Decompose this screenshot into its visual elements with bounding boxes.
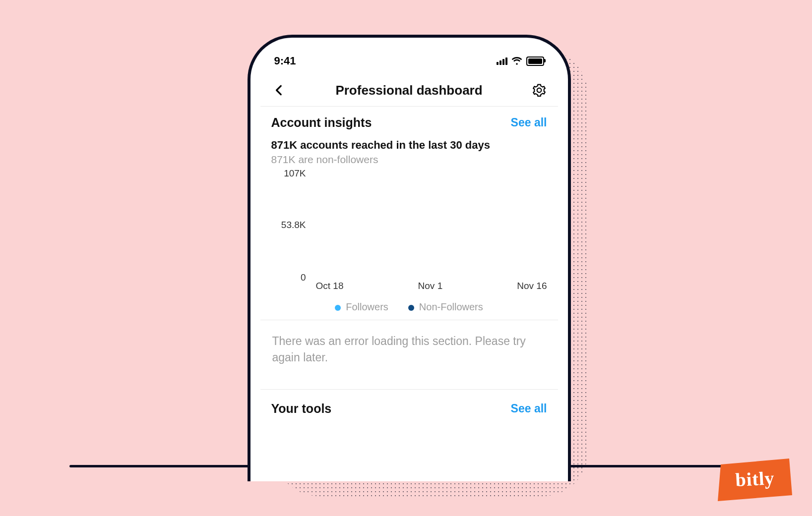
y-tick: 107K <box>284 168 306 179</box>
tools-see-all-link[interactable]: See all <box>511 402 547 415</box>
reach-headline: 871K accounts reached in the last 30 day… <box>271 139 547 152</box>
settings-button[interactable] <box>530 81 548 99</box>
cellular-icon <box>497 57 507 65</box>
tools-heading: Your tools <box>271 401 332 416</box>
x-tick: Oct 18 <box>316 281 344 291</box>
page-title: Professional dashboard <box>335 83 482 98</box>
legend-followers-label: Followers <box>346 301 388 312</box>
legend-swatch-nonfollowers-icon <box>408 305 414 311</box>
legend-non-followers: Non-Followers <box>408 301 483 313</box>
wifi-icon <box>511 57 522 65</box>
chart-y-axis: 107K53.8K0 <box>271 173 311 278</box>
legend-followers: Followers <box>335 301 388 313</box>
y-tick: 0 <box>301 272 306 283</box>
battery-icon <box>526 57 544 66</box>
reach-subtext: 871K are non-followers <box>271 154 547 166</box>
brand-badge-text: bitly <box>717 455 794 503</box>
section-your-tools: Your tools See all <box>260 389 558 416</box>
back-button[interactable] <box>270 81 288 99</box>
y-tick: 53.8K <box>281 220 306 230</box>
reach-chart: 107K53.8K0 Oct 18Nov 1Nov 16 Followers N… <box>271 173 547 320</box>
status-time: 9:41 <box>274 55 296 67</box>
legend-non-followers-label: Non-Followers <box>419 301 483 312</box>
status-bar: 9:41 <box>260 48 558 74</box>
insights-heading: Account insights <box>271 115 372 130</box>
x-tick: Nov 16 <box>517 281 547 291</box>
bar-col <box>339 277 345 278</box>
chart-x-axis: Oct 18Nov 1Nov 16 <box>316 281 547 291</box>
phone-screen: 9:41 Profe <box>260 48 558 481</box>
chart-bars <box>316 173 547 278</box>
section-account-insights: Account insights See all 871K accounts r… <box>260 107 558 166</box>
section-error-message: There was an error loading this section.… <box>260 320 558 389</box>
legend-swatch-followers-icon <box>335 305 341 311</box>
chart-legend: Followers Non-Followers <box>271 301 547 313</box>
brand-badge: bitly <box>718 457 792 501</box>
x-tick: Nov 1 <box>418 281 443 291</box>
phone-frame: 9:41 Profe <box>248 35 571 481</box>
nav-header: Professional dashboard <box>260 74 558 107</box>
insights-see-all-link[interactable]: See all <box>511 116 547 129</box>
